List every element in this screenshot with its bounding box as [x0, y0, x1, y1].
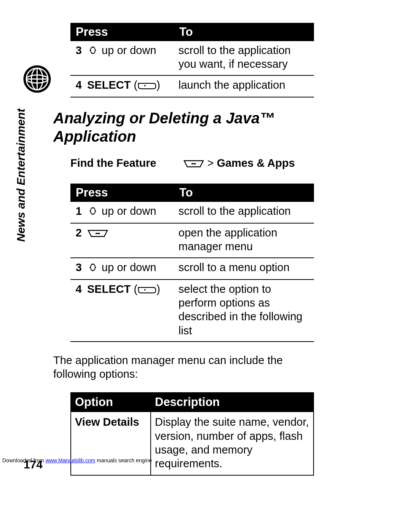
- paren: ): [156, 79, 160, 91]
- col-header-press: Press: [70, 23, 175, 41]
- table-row: 4 SELECT () select the option to perform…: [70, 280, 314, 342]
- svg-point-10: [95, 50, 96, 51]
- table-row: 3 up or down scroll to the application y…: [70, 41, 314, 75]
- col-header-description: Description: [151, 393, 314, 412]
- step-number: 1: [70, 202, 84, 223]
- soft-key-icon: [137, 283, 156, 297]
- press-text: up or down: [102, 205, 156, 217]
- option-description: Display the suite name, vendor, version,…: [151, 412, 314, 475]
- press-text: up or down: [102, 44, 156, 56]
- svg-point-24: [144, 289, 146, 291]
- svg-point-14: [92, 207, 93, 208]
- table-row: 1 up or down scroll to the application: [70, 202, 314, 223]
- step-number: 4: [70, 280, 84, 342]
- paren: (: [134, 283, 137, 295]
- nav-key-icon: [87, 45, 99, 58]
- svg-point-22: [89, 267, 91, 268]
- menu-key-icon: [183, 158, 204, 171]
- svg-point-21: [92, 270, 93, 271]
- option-name: View Details: [71, 412, 151, 475]
- section-side-label: News and Entertainment: [14, 109, 27, 242]
- globe-icon: [23, 65, 51, 93]
- step-number: 4: [70, 75, 84, 97]
- svg-point-19: [91, 264, 95, 271]
- find-the-feature: Find the Feature > Games & Apps: [70, 157, 312, 171]
- press-cell: up or down: [84, 258, 175, 280]
- col-header-option: Option: [71, 393, 151, 412]
- page: News and Entertainment Press To 3 up or …: [0, 0, 411, 532]
- svg-point-20: [92, 264, 93, 265]
- table-row: 2 open the application manager menu: [70, 223, 314, 258]
- press-cell: [84, 223, 175, 258]
- table-row: 4 SELECT () launch the application: [70, 75, 314, 97]
- find-feature-path: > Games & Apps: [183, 157, 295, 171]
- body-paragraph: The application manager menu can include…: [53, 353, 312, 381]
- press-text: up or down: [102, 261, 156, 273]
- paren: (: [134, 79, 137, 91]
- col-header-to: To: [175, 184, 314, 202]
- footer-suffix: manuals search engine: [95, 457, 152, 463]
- nav-key-icon: [87, 205, 99, 219]
- find-feature-label: Find the Feature: [70, 157, 156, 169]
- press-cell: up or down: [84, 41, 175, 75]
- to-cell: scroll to the application you want, if n…: [175, 41, 314, 75]
- footer-attribution: Downloaded from www.Manualslib.com manua…: [2, 457, 152, 463]
- step-number: 3: [70, 258, 84, 280]
- step-number: 2: [70, 223, 84, 258]
- press-cell: SELECT (): [84, 75, 175, 97]
- section-heading: Analyzing or Deleting a Java™ Applicatio…: [53, 109, 312, 145]
- soft-key-icon: [137, 79, 156, 93]
- svg-point-23: [95, 267, 96, 268]
- path-gt: >: [207, 157, 214, 169]
- press-to-table-main: Press To 1 up or down scroll to the appl…: [70, 184, 314, 342]
- to-cell: scroll to the application: [175, 202, 314, 223]
- press-label: SELECT: [87, 283, 131, 295]
- svg-point-8: [92, 53, 93, 54]
- svg-point-13: [91, 208, 95, 214]
- footer-prefix: Downloaded from: [2, 457, 46, 463]
- to-cell: select the option to perform options as …: [175, 280, 314, 342]
- press-cell: up or down: [84, 202, 175, 223]
- svg-point-7: [92, 46, 93, 48]
- table-row: View Details Display the suite name, ven…: [71, 412, 314, 475]
- col-header-press: Press: [70, 184, 175, 202]
- press-to-table-top: Press To 3 up or down scroll to the appl…: [70, 23, 314, 97]
- svg-point-17: [95, 210, 96, 211]
- menu-key-icon: [87, 227, 108, 241]
- press-label: SELECT: [87, 79, 131, 91]
- svg-point-15: [92, 213, 93, 214]
- svg-point-9: [89, 50, 91, 51]
- svg-point-6: [91, 47, 95, 54]
- to-cell: scroll to a menu option: [175, 258, 314, 280]
- nav-key-icon: [87, 262, 99, 275]
- step-number: 3: [70, 41, 84, 75]
- svg-point-11: [144, 85, 146, 86]
- table-row: 3 up or down scroll to a menu option: [70, 258, 314, 280]
- to-cell: launch the application: [175, 75, 314, 97]
- to-cell: open the application manager menu: [175, 223, 314, 258]
- svg-point-16: [89, 210, 91, 211]
- press-cell: SELECT (): [84, 280, 175, 342]
- col-header-to: To: [175, 23, 314, 41]
- path-target: Games & Apps: [217, 157, 295, 169]
- footer-link[interactable]: www.Manualslib.com: [46, 457, 96, 463]
- paren: ): [156, 283, 160, 295]
